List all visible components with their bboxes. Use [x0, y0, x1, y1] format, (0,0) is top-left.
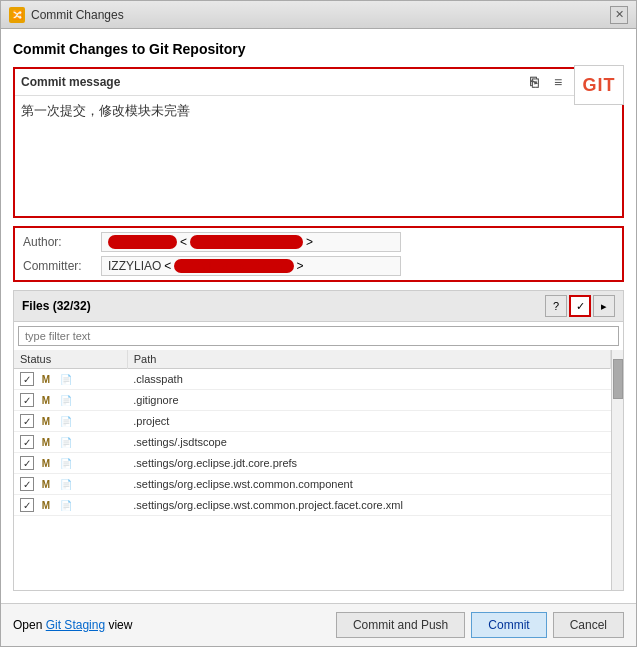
file-checkbox[interactable]	[20, 372, 34, 386]
file-path: .settings/.jsdtscope	[127, 432, 610, 453]
commit-message-section: Commit message ⎘ ≡ 🌐 ▼	[13, 67, 624, 218]
commit-and-push-button[interactable]: Commit and Push	[336, 612, 465, 638]
status-cell: M 📄	[14, 390, 127, 411]
git-staging-link[interactable]: Git Staging	[46, 618, 105, 632]
window-title: Commit Changes	[31, 8, 124, 22]
status-cell: M 📄	[14, 453, 127, 474]
file-type-icon: 📄	[58, 392, 74, 408]
file-type-icon: 📄	[58, 455, 74, 471]
author-section: Author: IZZYLIAO <IZZYLIAO@....com> Comm…	[13, 226, 624, 282]
file-status-icon: M	[38, 455, 54, 471]
toolbar-icon-1[interactable]: ⎘	[524, 72, 544, 92]
file-type-icon: 📄	[58, 371, 74, 387]
status-cell: M 📄	[14, 369, 127, 390]
file-type-icon: 📄	[58, 434, 74, 450]
file-type-icon: 📄	[58, 413, 74, 429]
status-cell: M 📄	[14, 432, 127, 453]
files-title: Files (32/32)	[22, 299, 91, 313]
close-button[interactable]: ✕	[610, 6, 628, 24]
files-toolbar: ? ✓ ▸	[545, 295, 615, 317]
file-path: .project	[127, 411, 610, 432]
file-status-icon: M	[38, 476, 54, 492]
commit-button[interactable]: Commit	[471, 612, 546, 638]
file-checkbox[interactable]	[20, 435, 34, 449]
table-row: M 📄 .settings/org.eclipse.wst.common.com…	[14, 474, 611, 495]
file-type-icon: 📄	[58, 497, 74, 513]
file-path: .gitignore	[127, 390, 610, 411]
files-table: Status Path M 📄 .classpath	[14, 350, 611, 590]
cancel-button[interactable]: Cancel	[553, 612, 624, 638]
col-path: Path	[127, 350, 610, 369]
files-check-btn[interactable]: ✓	[569, 295, 591, 317]
file-status-icon: M	[38, 434, 54, 450]
author-name-redacted: IZZYLIAO	[108, 235, 177, 249]
table-row: M 📄 .project	[14, 411, 611, 432]
staging-link-area: Open Git Staging view	[13, 618, 132, 632]
action-buttons: Commit and Push Commit Cancel	[336, 612, 624, 638]
author-input[interactable]: IZZYLIAO <IZZYLIAO@....com>	[101, 232, 401, 252]
file-path: .settings/org.eclipse.wst.common.project…	[127, 495, 610, 516]
toolbar-icon-2[interactable]: ≡	[548, 72, 568, 92]
committer-label: Committer:	[23, 259, 93, 273]
dialog-title: Commit Changes to Git Repository	[13, 41, 246, 57]
files-table-wrapper: Status Path M 📄 .classpath	[14, 350, 623, 590]
bottom-bar: Open Git Staging view Commit and Push Co…	[1, 603, 636, 646]
title-bar-left: 🔀 Commit Changes	[9, 7, 124, 23]
files-header: Files (32/32) ? ✓ ▸	[14, 291, 623, 322]
file-checkbox[interactable]	[20, 477, 34, 491]
files-help-btn[interactable]: ?	[545, 295, 567, 317]
main-window: 🔀 Commit Changes ✕ Commit Changes to Git…	[0, 0, 637, 647]
scroll-thumb[interactable]	[613, 359, 623, 399]
file-status-icon: M	[38, 497, 54, 513]
table-row: M 📄 .gitignore	[14, 390, 611, 411]
author-email-redacted: IZZYLIAO@....com	[190, 235, 303, 249]
author-row: Author: IZZYLIAO <IZZYLIAO@....com>	[23, 232, 614, 252]
scrollbar[interactable]	[611, 350, 623, 590]
title-bar: 🔀 Commit Changes ✕	[1, 1, 636, 29]
file-checkbox[interactable]	[20, 498, 34, 512]
file-path: .settings/org.eclipse.wst.common.compone…	[127, 474, 610, 495]
file-path: .settings/org.eclipse.jdt.core.prefs	[127, 453, 610, 474]
committer-name: IZZYLIAO	[108, 259, 161, 273]
committer-row: Committer: IZZYLIAO <IZZYLIAO@...3.com>	[23, 256, 614, 276]
file-status-icon: M	[38, 392, 54, 408]
committer-input[interactable]: IZZYLIAO <IZZYLIAO@...3.com>	[101, 256, 401, 276]
table-row: M 📄 .classpath	[14, 369, 611, 390]
file-status-icon: M	[38, 371, 54, 387]
open-label: Open	[13, 618, 42, 632]
view-label: view	[108, 618, 132, 632]
file-checkbox[interactable]	[20, 414, 34, 428]
file-type-icon: 📄	[58, 476, 74, 492]
file-path: .classpath	[127, 369, 610, 390]
main-content: Commit Changes to Git Repository GIT Com…	[1, 29, 636, 603]
status-cell: M 📄	[14, 411, 127, 432]
committer-email-redacted: IZZYLIAO@...3.com	[174, 259, 293, 273]
commit-message-label-text: Commit message	[21, 75, 120, 89]
file-checkbox[interactable]	[20, 456, 34, 470]
file-checkbox[interactable]	[20, 393, 34, 407]
author-label: Author:	[23, 235, 93, 249]
git-logo: GIT	[574, 65, 624, 105]
status-cell: M 📄	[14, 474, 127, 495]
col-status: Status	[14, 350, 127, 369]
commit-message-input[interactable]	[15, 96, 622, 216]
files-section: Files (32/32) ? ✓ ▸ Status Path	[13, 290, 624, 591]
table-row: M 📄 .settings/org.eclipse.wst.common.pro…	[14, 495, 611, 516]
window-icon: 🔀	[9, 7, 25, 23]
table-row: M 📄 .settings/.jsdtscope	[14, 432, 611, 453]
file-status-icon: M	[38, 413, 54, 429]
files-more-btn[interactable]: ▸	[593, 295, 615, 317]
dialog-header: Commit Changes to Git Repository	[13, 41, 624, 57]
commit-message-header: Commit message ⎘ ≡ 🌐 ▼	[15, 69, 622, 96]
filter-input[interactable]	[18, 326, 619, 346]
table-row: M 📄 .settings/org.eclipse.jdt.core.prefs	[14, 453, 611, 474]
status-cell: M 📄	[14, 495, 127, 516]
